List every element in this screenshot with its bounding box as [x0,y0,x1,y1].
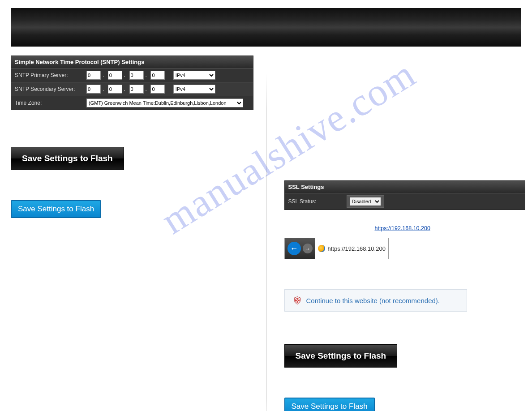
right-intro2: System > SSL Settings [284,68,522,76]
sntp-primary-ipver[interactable]: IPv4 [173,71,215,80]
right-intro1: Enable HTTPS/SSL (Secure Socket Layer) m… [284,58,522,66]
left-p1: 4. Click Apply to save the settings. [11,113,248,120]
ssl-status-select[interactable]: Disabled [350,197,381,206]
sntp-secondary-octet4[interactable] [150,85,165,94]
sntp-primary-ip-group: . . . IPv4 [86,71,215,80]
right-bul1a: o Enabled – Enables HTTPS/SSL management… [284,153,522,160]
column-divider [266,73,266,411]
right-after-ssl: If enabling SSL management access, you w… [284,217,522,232]
ie-icon [318,245,325,252]
browser-forward-button[interactable]: → [303,244,313,253]
right-column: Enable HTTPS/SSL (Secure Socket Layer) m… [284,56,522,411]
browser-url-text: https://192.168.10.200 [328,245,386,252]
right-step2: 2. Click on System, and click on SSL Set… [284,122,522,129]
sntp-primary-row: SNTP Primary Server: . . . IPv4 [11,68,253,82]
sntp-secondary-octet3[interactable] [129,85,144,94]
right-intro3: By default, your router management page … [284,79,522,102]
right-bul1b: o Disabled – Disabled HTTPS/SSL manageme… [284,163,522,178]
sntp-tz-select[interactable]: (GMT) Greenwich Mean Time:Dublin,Edinbur… [86,98,243,107]
sntp-secondary-label: SNTP Secondary Server: [15,86,86,92]
sntp-secondary-ipver[interactable]: IPv4 [173,85,215,94]
sntp-secondary-octet2[interactable] [108,85,122,94]
browser-back-button[interactable]: ← [287,242,301,255]
sntp-secondary-octet1[interactable] [86,85,101,94]
sntp-tz-label: Time Zone: [15,100,86,106]
cert-warning-bar: Continue to this website (not recommende… [284,289,467,312]
left-note: Note: This step saves all configuration … [11,237,248,253]
right-step3: 3. Review the settings. Click Apply to s… [284,132,522,140]
sntp-panel-title: Simple Network Time Protocol (SNTP) Sett… [11,56,253,68]
cert-warning-link[interactable]: Continue to this website (not recommende… [306,297,440,304]
left-p5: 7. Click Save Settings to Flash (button)… [11,227,248,235]
left-column: Simple Network Time Protocol (SNTP) Sett… [11,56,248,411]
sntp-panel: Simple Network Time Protocol (SNTP) Sett… [11,56,253,110]
save-dark-button-right[interactable]: Save Settings to Flash [284,344,398,368]
header-banner [11,8,521,47]
left-p4: 6. Click Save Settings to Flash (menu). [11,179,248,187]
sntp-primary-octet3[interactable] [129,71,144,80]
save-blue-button-left[interactable]: Save Settings to Flash [11,200,101,218]
browser-nav-buttons: ← → [285,238,315,259]
ssl-panel-title: SSL Settings [285,181,525,193]
right-r4: 4. In the left hand panel, click Tools, … [284,321,522,328]
sntp-primary-octet1[interactable] [86,71,101,80]
ssl-panel: SSL Settings SSL Status: Disabled [284,180,525,210]
sntp-primary-label: SNTP Primary Server: [15,72,86,78]
sntp-secondary-ip-group: . . . IPv4 [86,85,215,94]
sntp-secondary-row: SNTP Secondary Server: . . . IPv4 [11,82,253,96]
arrow-left-icon: ← [290,244,298,253]
ssl-status-label: SSL Status: [288,198,347,205]
sntp-primary-octet4[interactable] [150,71,165,80]
sntp-tz-row: Time Zone: (GMT) Greenwich Mean Time:Dub… [11,96,253,110]
right-after-ssl2: Click Continue, Proceed to this website,… [284,264,522,271]
sntp-primary-octet2[interactable] [108,71,122,80]
browser-address-field[interactable]: https://192.168.10.200 [315,238,388,259]
right-step1: 1. Log into your switch management page … [284,104,522,119]
save-dark-button-left[interactable]: Save Settings to Flash [11,147,124,170]
right-r6: 5. Click Save Settings to Flash (menu). [284,377,522,384]
ssl-status-row: SSL Status: Disabled [285,193,525,210]
arrow-right-icon: → [305,245,310,252]
https-example-link[interactable]: https://192.168.10.200 [374,225,430,231]
right-bul1: • SSL Status: [284,142,522,150]
ssl-status-cell: Disabled [347,195,384,208]
shield-error-icon [293,296,302,305]
save-blue-button-right[interactable]: Save Settings to Flash [284,398,375,411]
left-p2: 5. In the left hand panel, click Tools, … [11,123,248,131]
browser-urlbar: ← → https://192.168.10.200 [284,238,389,259]
